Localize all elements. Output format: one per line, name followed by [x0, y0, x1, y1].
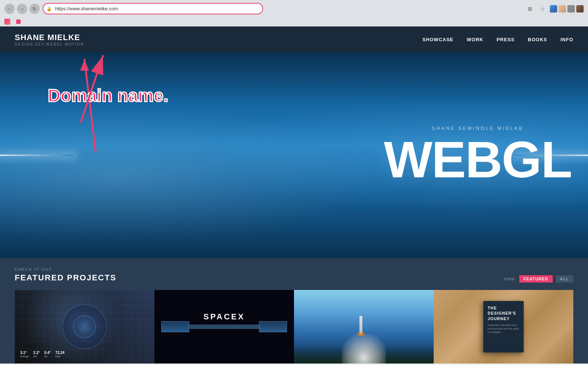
- projects-grid: 3.1°Range 2.2°Alt 0.4°Az 72.24Dist SPACE…: [15, 290, 573, 364]
- bookmarks-other[interactable]: ​: [16, 19, 24, 24]
- profile-icon-1: [550, 5, 557, 13]
- view-featured-button[interactable]: FEATURED: [519, 275, 553, 283]
- tab-grid-button[interactable]: ⊞: [525, 4, 535, 14]
- project-card-2[interactable]: SPACEX: [154, 290, 294, 364]
- lock-icon: 🔒: [46, 6, 52, 11]
- site-logo[interactable]: SHANE MIELKE DESIGN.DEV.WEBGL.MOTION: [15, 33, 84, 46]
- book-title-line1: THE: [488, 305, 519, 311]
- card-2-background: SPACEX: [154, 290, 294, 364]
- project-card-3[interactable]: [294, 290, 434, 364]
- featured-section: CHECK IT OUT FEATURED PROJECTS View: FEA…: [0, 258, 588, 364]
- nav-item-work[interactable]: WORK: [467, 36, 483, 43]
- nav-link-info[interactable]: INFO: [560, 37, 573, 42]
- browser-controls: ← → ↻: [4, 4, 40, 14]
- view-controls: View: FEATURED ALL: [503, 275, 573, 283]
- featured-title-group: CHECK IT OUT FEATURED PROJECTS: [15, 267, 116, 283]
- forward-button[interactable]: →: [17, 4, 27, 14]
- logo-name: SHANE MIELKE: [15, 33, 84, 42]
- featured-title: FEATURED PROJECTS: [15, 273, 116, 283]
- address-bar-container: 🔒: [43, 3, 263, 14]
- profile-icon-3: [567, 5, 575, 13]
- spacex-logo-container: SPACEX: [204, 312, 245, 322]
- profile-icon-2: [559, 5, 566, 13]
- profile-icon-4: [576, 5, 584, 13]
- card-4-background: THE DESIGNER'S JOURNEY A journey of all …: [434, 290, 573, 364]
- rocket-exhaust: [357, 332, 365, 336]
- light-ray-left: [0, 155, 74, 156]
- iss-panel-right: [259, 321, 287, 332]
- hero-content: SHANE SEMINOLE MIELKE WEBGL: [384, 125, 571, 185]
- bookmarks-bar: ​: [0, 17, 588, 26]
- hero-section: SHANE SEMINOLE MIELKE WEBGL Domain name.: [0, 52, 588, 258]
- project-card-1[interactable]: 3.1°Range 2.2°Alt 0.4°Az 72.24Dist: [15, 290, 154, 364]
- bookmarks-apps[interactable]: [4, 19, 13, 25]
- nav-link-press[interactable]: PRESS: [496, 37, 514, 42]
- bookmark-icon: [16, 20, 21, 24]
- browser-titlebar: ← → ↻ 🔒 ⊞ ☆: [0, 0, 588, 17]
- reload-button[interactable]: ↻: [29, 4, 40, 14]
- book-description: A journey of all paths and environments …: [488, 323, 519, 334]
- website-content: SHANE MIELKE DESIGN.DEV.WEBGL.MOTION SHO…: [0, 26, 588, 364]
- nav-links: SHOWCASE WORK PRESS BOOKS INFO: [422, 36, 573, 43]
- book-title-line3: JOURNEY: [488, 316, 519, 321]
- rocket-body: [359, 316, 362, 334]
- nav-item-press[interactable]: PRESS: [496, 36, 514, 43]
- featured-header: CHECK IT OUT FEATURED PROJECTS View: FEA…: [15, 267, 573, 283]
- card-1-background: 3.1°Range 2.2°Alt 0.4°Az 72.24Dist: [15, 290, 154, 364]
- star-button[interactable]: ☆: [537, 4, 548, 14]
- iss-body: [182, 325, 266, 329]
- nav-link-showcase[interactable]: SHOWCASE: [422, 37, 453, 42]
- main-nav: SHANE MIELKE DESIGN.DEV.WEBGL.MOTION SHO…: [0, 26, 588, 52]
- card-3-background: [294, 290, 434, 364]
- book-cover: THE DESIGNER'S JOURNEY A journey of all …: [483, 301, 524, 352]
- view-label: View:: [503, 276, 516, 281]
- inner-circle: [74, 316, 96, 338]
- nav-link-books[interactable]: BOOKS: [528, 37, 547, 42]
- view-all-button[interactable]: ALL: [556, 275, 573, 283]
- browser-chrome: ← → ↻ 🔒 ⊞ ☆ ​: [0, 0, 588, 26]
- back-button[interactable]: ←: [4, 4, 15, 14]
- featured-label: CHECK IT OUT: [15, 267, 116, 272]
- smoke: [342, 334, 386, 364]
- spacex-logo: SPACEX: [204, 312, 245, 321]
- nav-link-work[interactable]: WORK: [467, 37, 483, 42]
- project-card-4[interactable]: THE DESIGNER'S JOURNEY A journey of all …: [434, 290, 573, 364]
- hero-title: WEBGL: [384, 134, 571, 185]
- circular-element: [62, 305, 107, 349]
- nav-item-info[interactable]: INFO: [560, 36, 573, 43]
- address-bar[interactable]: [43, 3, 263, 14]
- iss-panel-left: [161, 321, 189, 332]
- logo-subtitle: DESIGN.DEV.WEBGL.MOTION: [15, 42, 84, 46]
- card-metrics: 3.1°Range 2.2°Alt 0.4°Az 72.24Dist: [20, 351, 64, 358]
- browser-actions: ⊞ ☆: [525, 4, 584, 14]
- nav-item-books[interactable]: BOOKS: [528, 36, 547, 43]
- apps-icon: [4, 19, 10, 25]
- profile-icons: [550, 5, 584, 13]
- book-title-line2: DESIGNER'S: [488, 311, 519, 316]
- hero-subtitle: SHANE SEMINOLE MIELKE: [384, 125, 571, 131]
- nav-item-showcase[interactable]: SHOWCASE: [422, 36, 453, 43]
